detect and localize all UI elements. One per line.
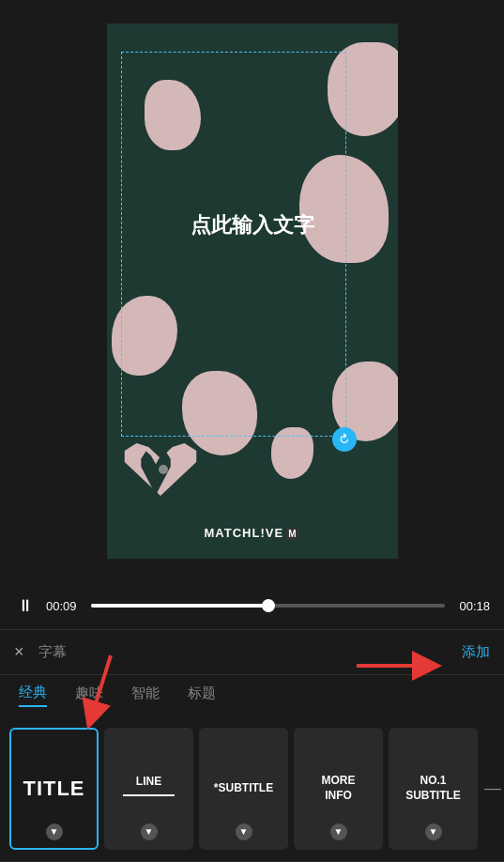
tab-fun[interactable]: 趣味 <box>75 685 103 706</box>
blob-decoration-1 <box>145 80 201 150</box>
current-time: 00:09 <box>46 599 82 613</box>
tab-smart[interactable]: 智能 <box>131 685 160 706</box>
template-subtitle-label: *SUBTITLE <box>214 781 273 796</box>
template-more-info-label: MORE INFO <box>322 774 356 803</box>
subtitle-bar: × 字幕 添加 <box>0 629 504 674</box>
close-button[interactable]: × <box>14 642 24 662</box>
progress-fill <box>91 604 268 608</box>
template-line[interactable]: LINE ▼ <box>104 728 193 850</box>
template-no1-label: NO.1 SUBTITLE <box>405 774 461 803</box>
play-pause-button[interactable]: ⏸ <box>14 596 37 616</box>
rotate-icon: ↻ <box>335 430 354 449</box>
template-no1-subtitle[interactable]: NO.1 SUBTITLE ▼ <box>389 728 478 850</box>
template-title-label: TITLE <box>23 777 84 801</box>
subtitle-down-indicator: ▼ <box>236 824 252 840</box>
title-down-indicator: ▼ <box>46 824 63 840</box>
template-title[interactable]: TITLE ▼ <box>9 728 99 850</box>
blob-decoration-2 <box>328 42 398 136</box>
template-line-label: LINE <box>136 775 161 790</box>
end-time: 00:18 <box>454 599 490 613</box>
blob-decoration-4 <box>112 296 177 376</box>
no1-down-indicator: ▼ <box>425 824 442 840</box>
blob-decoration-8 <box>271 427 313 479</box>
rotate-handle[interactable]: ↻ <box>332 427 357 452</box>
progress-thumb[interactable] <box>262 599 275 612</box>
subtitle-label: 字幕 <box>38 643 462 661</box>
chevron-right-icon: — <box>484 778 501 798</box>
blob-decoration-5 <box>182 371 257 455</box>
template-more-info[interactable]: MORE INFO ▼ <box>294 728 383 850</box>
progress-bar[interactable] <box>91 604 445 608</box>
line-decoration <box>123 794 175 796</box>
scroll-more: — <box>483 778 502 798</box>
video-preview: ↻ 点此输入文字 MATCHL!VEM <box>0 0 504 582</box>
line-down-indicator: ▼ <box>141 824 158 840</box>
tabs-bar: 经典 趣味 智能 标题 <box>0 674 504 716</box>
watermark-badge: M <box>285 528 299 540</box>
overlay-text[interactable]: 点此输入文字 <box>121 211 384 239</box>
templates-row: TITLE ▼ LINE ▼ *SUBTITLE ▼ MORE INFO ▼ N… <box>0 716 504 861</box>
tab-title[interactable]: 标题 <box>188 685 216 706</box>
video-canvas[interactable]: ↻ 点此输入文字 MATCHL!VEM <box>107 23 398 559</box>
blob-decoration-3 <box>299 155 389 263</box>
playback-bar: ⏸ 00:09 00:18 <box>0 582 504 629</box>
watermark: MATCHL!VEM <box>107 526 398 540</box>
add-button[interactable]: 添加 <box>462 643 490 661</box>
template-subtitle[interactable]: *SUBTITLE ▼ <box>199 728 288 850</box>
tab-classic[interactable]: 经典 <box>19 684 47 707</box>
heart-dot <box>159 465 168 474</box>
more-info-down-indicator: ▼ <box>330 824 347 840</box>
